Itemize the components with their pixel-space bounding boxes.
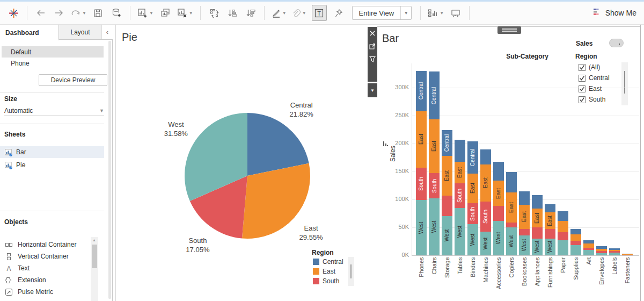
bar-segment-envelopes-central[interactable] bbox=[596, 246, 607, 249]
bar-segment-chairs-central[interactable]: Central bbox=[429, 71, 440, 119]
bar-segment-labels-south[interactable] bbox=[609, 251, 620, 252]
object-item-vertical-container[interactable]: Vertical Container bbox=[0, 250, 89, 262]
tab-dashboard[interactable]: Dashboard bbox=[0, 25, 59, 40]
bar-segment-storage-west[interactable]: West bbox=[442, 216, 452, 255]
bar-segment-accessories-central[interactable] bbox=[493, 162, 504, 181]
bar-segment-fasteners-west[interactable] bbox=[622, 255, 633, 255]
bar-segment-chairs-east[interactable]: East bbox=[429, 119, 440, 173]
swap-rows-columns-button[interactable] bbox=[208, 5, 221, 21]
bar-segment-tables-central[interactable] bbox=[455, 140, 465, 162]
fit-selector-dropdown[interactable]: Entire View▼ bbox=[352, 6, 412, 20]
bar-segment-fasteners-east[interactable] bbox=[622, 254, 633, 255]
bar-segment-chairs-south[interactable]: South bbox=[429, 173, 440, 198]
bar-segment-machines-west[interactable]: West bbox=[480, 232, 491, 255]
bar-segment-paper-east[interactable] bbox=[558, 221, 568, 232]
bar-segment-labels-central[interactable] bbox=[609, 248, 620, 250]
bar-segment-binders-central[interactable]: Central bbox=[467, 141, 478, 173]
sales-legend-collapsed-control[interactable] bbox=[609, 39, 624, 47]
legend-item-central[interactable]: Central bbox=[313, 257, 343, 267]
fix-axes-pin-button[interactable] bbox=[332, 5, 345, 21]
bar-segment-copiers-south[interactable] bbox=[506, 223, 517, 228]
collapse-pane-button[interactable]: ‹ bbox=[102, 25, 113, 39]
bar-segment-supplies-south[interactable] bbox=[570, 241, 581, 246]
bar-segment-appliances-central[interactable] bbox=[532, 195, 543, 209]
bar-segment-appliances-west[interactable]: West bbox=[532, 239, 543, 255]
close-icon[interactable] bbox=[368, 27, 377, 40]
bar-segment-copiers-west[interactable]: West bbox=[506, 227, 517, 255]
chevron-down-icon[interactable]: ▼ bbox=[440, 11, 444, 16]
bar-segment-envelopes-east[interactable] bbox=[596, 249, 607, 252]
bar-segment-labels-west[interactable] bbox=[609, 253, 620, 255]
bar-segment-bookcases-west[interactable]: West bbox=[519, 235, 530, 255]
bar-segment-fasteners-central[interactable] bbox=[622, 254, 633, 254]
pane-scrollbar[interactable] bbox=[108, 41, 111, 299]
chevron-down-icon[interactable]: ▼ bbox=[282, 11, 287, 16]
format-paperclip-button[interactable]: ▼ bbox=[292, 5, 306, 21]
show-hide-cards-button[interactable]: ▼ bbox=[428, 5, 444, 21]
bar-segment-accessories-south[interactable] bbox=[493, 206, 504, 221]
sort-descending-button[interactable] bbox=[244, 5, 257, 21]
bar-segment-appliances-east[interactable]: East bbox=[532, 209, 543, 228]
filter-funnel-icon[interactable] bbox=[368, 53, 377, 66]
add-data-source-button[interactable] bbox=[110, 5, 123, 21]
duplicate-sheet-button[interactable] bbox=[159, 5, 172, 21]
legend-scrollbar[interactable] bbox=[348, 257, 354, 286]
bar-segment-paper-central[interactable] bbox=[558, 211, 568, 221]
bar-segment-copiers-east[interactable]: East bbox=[506, 192, 517, 222]
chevron-down-icon[interactable]: ▼ bbox=[302, 11, 306, 16]
tab-layout[interactable]: Layout bbox=[59, 25, 102, 39]
chevron-down-icon[interactable]: ▼ bbox=[400, 6, 411, 19]
device-mode-default[interactable]: Default bbox=[2, 46, 104, 58]
bar-segment-phones-west[interactable]: West bbox=[416, 200, 427, 255]
bar-segment-binders-east[interactable]: East bbox=[467, 174, 478, 204]
bar-segment-art-west[interactable] bbox=[583, 250, 594, 255]
bar-segment-envelopes-south[interactable] bbox=[596, 251, 607, 253]
replay-arrow-button[interactable]: ▼ bbox=[71, 5, 86, 21]
highlight-pen-button[interactable]: ▼ bbox=[272, 5, 287, 21]
bar-segment-machines-south[interactable]: South bbox=[480, 202, 491, 232]
bar-segment-furnishings-west[interactable]: West bbox=[545, 239, 555, 255]
legend-item-east[interactable]: East bbox=[313, 267, 335, 276]
sheet-list-item-pie[interactable]: Pie bbox=[0, 159, 104, 171]
bar-segment-tables-south[interactable]: South bbox=[455, 183, 465, 208]
scrollbar-thumb[interactable] bbox=[350, 264, 352, 278]
bar-segment-binders-south[interactable]: South bbox=[467, 203, 478, 224]
tableau-logo[interactable] bbox=[7, 5, 20, 21]
bar-segment-paper-west[interactable] bbox=[558, 240, 568, 255]
bar-segment-bookcases-east[interactable]: East bbox=[519, 205, 530, 230]
bar-segment-bookcases-central[interactable] bbox=[519, 191, 530, 205]
bar-segment-furnishings-central[interactable] bbox=[545, 204, 555, 213]
bar-segment-bookcases-south[interactable] bbox=[519, 229, 530, 235]
bar-segment-envelopes-west[interactable] bbox=[596, 253, 607, 255]
bar-segment-storage-east[interactable]: East bbox=[442, 156, 452, 196]
device-mode-phone[interactable]: Phone bbox=[2, 58, 104, 69]
zone-drag-grip[interactable] bbox=[497, 26, 521, 34]
bar-segment-labels-east[interactable] bbox=[609, 250, 620, 252]
object-item-text[interactable]: AText bbox=[0, 262, 89, 274]
bar-segment-binders-west[interactable]: West bbox=[467, 224, 478, 255]
object-item-pulse-metric[interactable]: Pulse Metric bbox=[0, 286, 89, 298]
zone-more-options[interactable]: ▼ bbox=[368, 83, 377, 97]
bar-segment-art-east[interactable] bbox=[583, 243, 594, 248]
bar-segment-art-south[interactable] bbox=[583, 248, 594, 250]
chevron-down-icon[interactable]: ▼ bbox=[82, 11, 86, 16]
bar-segment-fasteners-south[interactable] bbox=[622, 255, 633, 255]
device-preview-button[interactable]: Device Preview bbox=[39, 74, 107, 86]
bar-segment-supplies-west[interactable] bbox=[570, 245, 581, 255]
bar-segment-chairs-west[interactable]: West bbox=[429, 198, 440, 255]
sort-ascending-button[interactable] bbox=[226, 5, 239, 21]
new-worksheet-button[interactable]: ▼ bbox=[137, 5, 153, 21]
bar-segment-paper-south[interactable] bbox=[558, 232, 568, 240]
bar-segment-phones-central[interactable]: Central bbox=[416, 71, 427, 111]
bar-segment-machines-central[interactable] bbox=[480, 149, 491, 164]
bar-segment-furnishings-east[interactable]: East bbox=[545, 212, 555, 228]
bar-segment-copiers-central[interactable] bbox=[506, 172, 517, 193]
forward-arrow-button[interactable] bbox=[53, 5, 65, 21]
bar-segment-appliances-south[interactable] bbox=[532, 227, 543, 238]
back-arrow-button[interactable] bbox=[34, 5, 47, 21]
bar-segment-tables-west[interactable]: West bbox=[455, 208, 465, 255]
clear-sheet-button[interactable]: ▼ bbox=[177, 5, 193, 21]
bar-segment-accessories-east[interactable]: East bbox=[493, 181, 504, 206]
bar-segment-furnishings-south[interactable] bbox=[545, 229, 555, 239]
objects-scrollbar[interactable]: ▲ bbox=[91, 237, 98, 301]
